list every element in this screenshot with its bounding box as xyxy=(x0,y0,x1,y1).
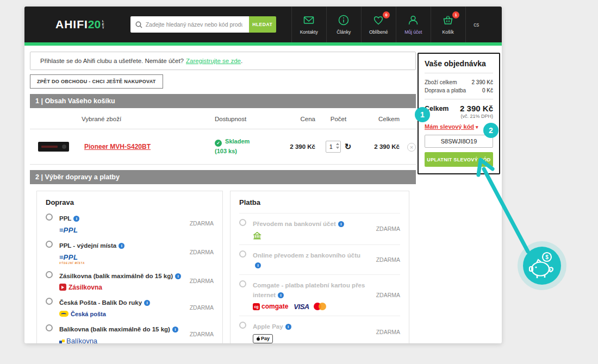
shipping-option-label[interactable]: PPL xyxy=(59,215,71,222)
free-price-label: ZDARMA xyxy=(182,220,214,227)
info-icon[interactable]: i xyxy=(285,324,291,330)
nav-contacts[interactable]: Kontakty xyxy=(291,7,326,42)
chevron-down-icon: ▾ xyxy=(476,124,478,130)
free-price-label: ZDARMA xyxy=(182,304,214,311)
payment-option-label[interactable]: Apple Pay xyxy=(253,323,283,330)
site-logo[interactable]: AHIFI20LET xyxy=(55,18,104,31)
cart-count-badge: 1 xyxy=(452,11,459,18)
free-price-label: ZDARMA xyxy=(182,278,214,284)
info-icon[interactable]: i xyxy=(278,292,284,298)
shipping-panel: Doprava PPLi ≡PPL ZDARMA PPL - výdejní m… xyxy=(36,191,223,343)
zasilkovna-badge-icon xyxy=(59,284,66,291)
header-nav: Kontakty Články 0 Oblíbené Můj účet xyxy=(291,7,465,42)
nav-articles[interactable]: Články xyxy=(326,7,361,42)
comgate-badge-icon: cg xyxy=(253,303,260,310)
search-input-wrap xyxy=(130,16,249,33)
card-payment-logos: cg comgate VISA xyxy=(253,303,369,311)
column-price: Cena xyxy=(275,116,315,122)
product-thumbnail[interactable] xyxy=(38,142,69,152)
ceska-posta-logo: Česká pošta xyxy=(59,310,182,318)
nav-label: Články xyxy=(337,29,351,35)
favorites-count-badge: 0 xyxy=(383,11,390,18)
radio-zasilkovna[interactable] xyxy=(46,271,53,278)
back-to-shop-button[interactable]: ZPĚT DO OBCHODU - CHCI JEŠTĚ NAKUPOVAT xyxy=(30,74,163,89)
radio-apple-pay[interactable] xyxy=(239,322,246,329)
shipping-title: Doprava xyxy=(46,198,214,206)
delivery-section-header: 2 | Výběr dopravy a platby xyxy=(30,170,416,184)
remove-item-icon[interactable]: × xyxy=(407,143,416,152)
payment-option-label[interactable]: Comgate - platba platební kartou přes in… xyxy=(253,282,365,298)
cart-item-row: Pioneer MVH-S420BT ✓ Skladem (103 ks) 2 … xyxy=(30,129,416,165)
search-box: HLEDAT xyxy=(130,16,276,33)
quantity-spinner-arrows[interactable] xyxy=(336,143,339,149)
ppl-logo: ≡PPL xyxy=(59,226,182,234)
header-accent-bar xyxy=(24,42,502,46)
nav-cart[interactable]: 1 Košík xyxy=(431,7,465,42)
shipping-option-label[interactable]: Balíkovna (balík maximálně do 15 kg) xyxy=(59,326,170,332)
radio-comgate[interactable] xyxy=(239,280,246,287)
info-icon[interactable]: i xyxy=(73,216,79,222)
free-price-label: ZDARMA xyxy=(369,256,400,263)
nav-label: Můj účet xyxy=(404,29,422,35)
search-button[interactable]: HLEDAT xyxy=(249,16,276,33)
free-price-label: ZDARMA xyxy=(369,225,400,232)
info-icon[interactable]: i xyxy=(175,273,181,279)
availability-cell: ✓ Skladem (103 ks) xyxy=(215,137,275,156)
logo-text: AHIFI xyxy=(55,18,88,31)
piggy-bank-icon: $ xyxy=(523,247,561,285)
nav-favorites[interactable]: 0 Oblíbené xyxy=(361,7,396,42)
column-selected-goods: Vybrané zboží xyxy=(30,116,215,122)
balikovna-logo: Balíkovna xyxy=(59,337,182,343)
summary-total-row: Celkem 2 390 Kč xyxy=(425,104,493,113)
nav-label: Kontakty xyxy=(300,29,318,35)
ppl-stripes-icon: ≡ xyxy=(59,253,63,261)
discount-code-input[interactable] xyxy=(425,135,493,148)
info-icon[interactable]: i xyxy=(119,243,124,249)
envelope-icon xyxy=(303,14,315,27)
free-price-label: ZDARMA xyxy=(369,292,400,298)
payment-option-comgate-card: Comgate - platba platební kartou přes in… xyxy=(239,274,400,316)
payment-option-label[interactable]: Online převodem z bankovního účtu xyxy=(253,252,360,259)
user-icon xyxy=(407,14,419,27)
radio-balikovna[interactable] xyxy=(46,324,53,331)
basket-icon: 1 xyxy=(442,14,454,27)
payment-panel: Platba Převodem na bankovní účeti ZDARMA xyxy=(230,191,409,343)
discount-code-link[interactable]: Mám slevový kód▾ xyxy=(425,123,478,130)
order-summary-title: Vaše objednávka xyxy=(425,59,493,73)
shipping-option-zasilkovna: Zásilkovna (balík maximálně do 15 kg)i Z… xyxy=(46,271,214,291)
radio-ceska-posta[interactable] xyxy=(46,298,53,305)
payment-option-bank-transfer: Převodem na bankovní účeti ZDARMA xyxy=(239,213,400,244)
ppl-stripes-icon: ≡ xyxy=(59,226,63,234)
radio-ppl[interactable] xyxy=(46,214,53,221)
radio-ppl-pickup[interactable] xyxy=(46,241,53,248)
apply-discount-button[interactable]: UPLATNIT SLEVOVÝ KÓD xyxy=(425,152,493,167)
shipping-option-label[interactable]: Česká Pošta - Balík Do ruky xyxy=(59,299,142,306)
shipping-option-label[interactable]: PPL - výdejní místa xyxy=(59,242,116,249)
availability-text: Skladem xyxy=(225,138,250,145)
refresh-icon[interactable]: ↻ xyxy=(345,142,352,150)
main-content: Přihlaste se do Ahifi clubu a ušetřete. … xyxy=(30,52,416,343)
info-icon[interactable]: i xyxy=(338,221,344,227)
payment-option-label[interactable]: Převodem na bankovní účet xyxy=(253,221,336,227)
search-input[interactable] xyxy=(146,21,242,28)
radio-online-transfer[interactable] xyxy=(239,250,246,258)
quantity-stepper[interactable] xyxy=(326,141,341,153)
apple-pay-badge: Pay xyxy=(253,334,369,343)
shipping-option-ppl-pickup: PPL - výdejní místai ≡PPL VÝDEJNÍ MÍSTA … xyxy=(46,240,214,265)
site-header: AHIFI20LET HLEDAT Kontakty Články xyxy=(24,7,502,42)
info-icon[interactable]: i xyxy=(172,327,178,332)
column-availability: Dostupnost xyxy=(215,116,275,122)
comgate-logo: comgate xyxy=(261,303,288,310)
shipping-option-label[interactable]: Zásilkovna (balík maximálně do 15 kg) xyxy=(59,273,173,279)
info-icon[interactable]: i xyxy=(255,262,261,268)
radio-bank-transfer[interactable] xyxy=(239,219,246,226)
language-switcher[interactable]: cs xyxy=(465,7,487,42)
item-price: 2 390 Kč xyxy=(275,143,315,150)
logo-anniversary-number: 20 xyxy=(88,18,101,31)
quantity-input[interactable] xyxy=(326,143,336,150)
product-name-link[interactable]: Pioneer MVH-S420BT xyxy=(84,143,151,150)
in-stock-check-icon: ✓ xyxy=(215,140,222,147)
nav-account[interactable]: Můj účet xyxy=(396,7,431,42)
register-link[interactable]: Zaregistrujte se zde xyxy=(186,58,241,64)
info-icon[interactable]: i xyxy=(144,300,150,306)
